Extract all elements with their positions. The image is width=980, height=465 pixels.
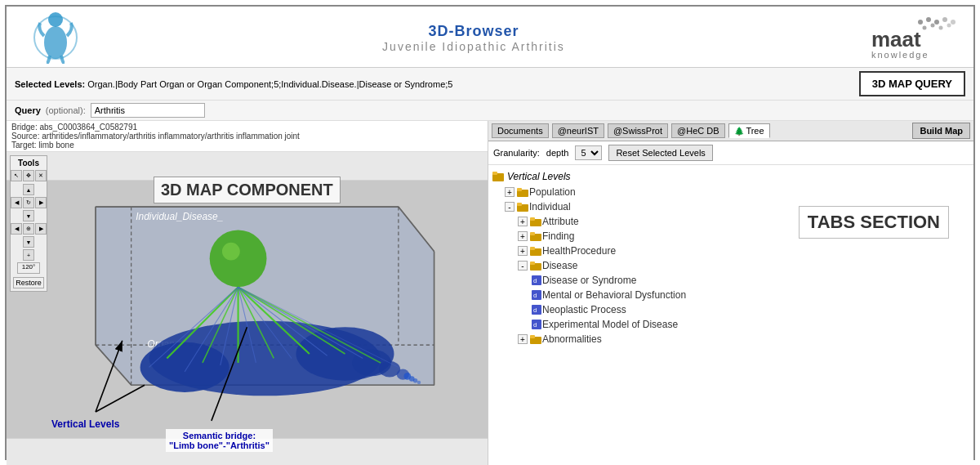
target-line: Target: limb bone [11, 141, 483, 150]
mental-behavioral-label: Mental or Behavioral Dysfunction [542, 289, 686, 301]
folder-abnormalities-icon [529, 334, 542, 345]
tree-item-healthprocedure[interactable]: + HealthProcedure [492, 244, 970, 258]
query-optional: (optional): [46, 105, 86, 115]
tool-rotate[interactable]: ↻ [23, 197, 34, 208]
tree-root[interactable]: Vertical Levels [492, 168, 970, 185]
svg-point-8 [923, 25, 927, 29]
tree-item-mental-behavioral[interactable]: d Mental or Behavioral Dysfunction [492, 288, 970, 302]
tool-right2[interactable]: ▶ [35, 223, 47, 235]
svg-point-7 [951, 20, 956, 25]
tab-swissprot[interactable]: @SwissProt [608, 123, 668, 138]
tree-area[interactable]: Vertical Levels + Population - [488, 165, 973, 465]
tree-item-finding[interactable]: + Finding [492, 229, 970, 244]
tool-down2[interactable]: ▼ [23, 236, 34, 248]
svg-point-1 [44, 26, 67, 59]
svg-text:d: d [533, 306, 537, 314]
tree-item-individual[interactable]: - Individual [492, 199, 970, 214]
doc-experimental-icon: d [531, 319, 542, 330]
viewer-area: Individual_Disease_ Organ_ [7, 152, 488, 465]
svg-rect-62 [517, 188, 522, 191]
svg-rect-72 [530, 262, 535, 265]
logo-left [23, 11, 88, 64]
query-input[interactable] [91, 103, 205, 118]
svg-point-38 [210, 230, 267, 287]
tab-hecdb[interactable]: @HeC DB [671, 123, 725, 138]
root-folder-icon [492, 170, 505, 183]
query-label: Query [15, 105, 41, 115]
tool-x[interactable]: ✕ [35, 170, 47, 181]
tree-item-experimental[interactable]: d Experimental Model of Disease [492, 317, 970, 332]
finding-label: Finding [542, 230, 574, 242]
tree-item-disease[interactable]: - Disease [492, 258, 970, 273]
expand-finding[interactable]: + [518, 231, 528, 241]
expand-individual[interactable]: - [505, 202, 514, 212]
svg-rect-66 [530, 217, 535, 221]
svg-point-0 [48, 12, 63, 27]
svg-rect-60 [492, 172, 497, 175]
svg-point-3 [918, 20, 923, 25]
svg-text:d: d [533, 321, 537, 329]
svg-rect-64 [517, 203, 522, 206]
tool-down[interactable]: ▼ [23, 210, 34, 221]
doc-mental-behavioral-icon: d [531, 289, 542, 301]
selected-levels-value: Organ.|Body Part Organ or Organ Componen… [87, 79, 452, 89]
expand-attribute[interactable]: + [518, 217, 528, 226]
tab-documents[interactable]: Documents [492, 123, 549, 138]
svg-text:d: d [533, 292, 537, 299]
svg-text:maat: maat [871, 27, 921, 51]
bridge-line: Bridge: abs_C0003864_C0582791 [11, 123, 483, 132]
tool-center[interactable]: ⊕ [23, 223, 34, 235]
tree-root-label: Vertical Levels [507, 171, 571, 182]
depth-select[interactable]: 5 1 2 3 4 [575, 145, 602, 160]
selected-levels-label: Selected Levels: [15, 79, 85, 89]
tree-item-abnormalities[interactable]: + Abnormalities [492, 332, 970, 347]
attribute-label: Attribute [542, 216, 579, 227]
map-query-button[interactable]: 3D MAP QUERY [859, 71, 965, 96]
folder-attribute-icon [529, 217, 542, 227]
disease-label: Disease [542, 260, 577, 271]
tree-item-attribute[interactable]: + Attribute [492, 214, 970, 229]
selected-levels-text: Selected Levels: Organ.|Body Part Organ … [15, 79, 851, 89]
reset-selected-levels-button[interactable]: Reset Selected Levels [608, 145, 712, 161]
svg-point-37 [417, 381, 421, 384]
tool-left[interactable]: ◀ [11, 197, 22, 208]
svg-text:d: d [533, 277, 537, 284]
expand-healthprocedure[interactable]: + [518, 246, 528, 256]
tree-item-population[interactable]: + Population [492, 185, 970, 199]
svg-point-11 [947, 23, 951, 27]
folder-population-icon [516, 187, 529, 198]
header-center: 3D-Browser Juvenile Idiopathic Arthritis [88, 23, 859, 53]
right-panel: Documents @neurIST @SwissProt @HeC DB 🌲 … [488, 121, 973, 465]
tab-tree[interactable]: 🌲 Tree [728, 123, 770, 138]
tool-left2[interactable]: ◀ [11, 223, 22, 235]
svg-point-10 [939, 25, 943, 29]
svg-point-9 [931, 23, 935, 27]
tool-move[interactable]: ✥ [23, 170, 34, 181]
tool-right[interactable]: ▶ [35, 197, 47, 208]
main-content: Bridge: abs_C0003864_C0582791 Source: ar… [7, 121, 973, 465]
tool-up[interactable]: ▲ [23, 184, 34, 195]
tools-label: Tools [13, 159, 44, 168]
folder-healthprocedure-icon [529, 246, 542, 257]
tree-item-disease-or-syndrome[interactable]: d Disease or Syndrome [492, 273, 970, 288]
bridge-info: Bridge: abs_C0003864_C0582791 Source: ar… [7, 121, 488, 152]
selected-levels-bar: Selected Levels: Organ.|Body Part Organ … [7, 68, 973, 101]
app-subtitle: Juvenile Idiopathic Arthritis [88, 40, 859, 53]
maat-logo: maat knowledge [867, 16, 957, 60]
granularity-label: Granularity: [493, 148, 540, 158]
query-row: Query (optional): [7, 101, 973, 121]
build-map-button[interactable]: Build Map [912, 123, 970, 139]
restore-button[interactable]: Restore [13, 277, 44, 288]
expand-abnormalities[interactable]: + [518, 334, 528, 344]
tool-select[interactable]: ↖ [11, 170, 22, 181]
source-line: Source: arthritides/inflammatory/arthrit… [11, 132, 483, 141]
tree-item-neoplastic[interactable]: d Neoplastic Process [492, 302, 970, 317]
svg-text:Individual_Disease_: Individual_Disease_ [136, 211, 223, 222]
svg-rect-82 [530, 335, 535, 338]
svg-point-29 [140, 342, 229, 392]
expand-population[interactable]: + [505, 187, 514, 197]
population-label: Population [529, 186, 576, 198]
expand-disease[interactable]: - [518, 261, 528, 271]
tool-plus[interactable]: + [23, 249, 34, 261]
tab-neurist[interactable]: @neurIST [552, 123, 604, 138]
